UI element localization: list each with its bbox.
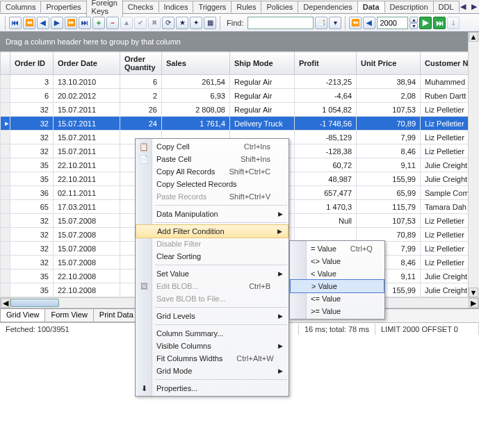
- goto-bookmark-button[interactable]: ✦: [190, 17, 202, 29]
- cell[interactable]: 15.07.2008: [54, 228, 120, 242]
- tab-ddl[interactable]: DDL: [433, 1, 460, 13]
- export-button[interactable]: ⤓: [447, 17, 460, 29]
- cell[interactable]: 32: [10, 214, 54, 228]
- cell[interactable]: 107,53: [357, 214, 421, 228]
- cell[interactable]: 32: [10, 242, 54, 256]
- cell[interactable]: 32: [10, 144, 54, 158]
- refresh-button[interactable]: ⟳: [162, 17, 174, 29]
- tab-columns[interactable]: Columns: [0, 1, 41, 13]
- delete-record-button[interactable]: －: [106, 17, 119, 29]
- post-edit-button[interactable]: ✔: [134, 17, 147, 29]
- cell[interactable]: Null: [295, 214, 357, 228]
- menu-item-data-manipulation[interactable]: Data Manipulation▶: [136, 208, 289, 220]
- menu-item-copy-all-records[interactable]: Copy All RecordsShift+Ctrl+C: [136, 165, 289, 178]
- cell[interactable]: 9,11: [357, 158, 421, 172]
- cell[interactable]: 36: [10, 186, 54, 200]
- vertical-scrollbar[interactable]: ▲: [468, 32, 479, 51]
- group-by-bar[interactable]: Drag a column header here to group by th…: [0, 32, 479, 51]
- cell[interactable]: Regular Air: [230, 103, 295, 117]
- column-header[interactable]: Order ID: [10, 52, 54, 75]
- cell[interactable]: 32: [10, 256, 54, 269]
- column-header[interactable]: Order Quantity: [120, 52, 162, 75]
- menu-item-properties[interactable]: ⬇Properties...: [136, 382, 289, 395]
- cell[interactable]: 24: [120, 117, 162, 131]
- cell[interactable]: 02.11.2011: [54, 186, 120, 200]
- bookmark-button[interactable]: ★: [176, 17, 188, 29]
- cell[interactable]: 107,53: [357, 103, 421, 117]
- page-back-button[interactable]: ◀: [363, 17, 375, 29]
- go-next-button[interactable]: ▶: [419, 17, 432, 29]
- next-page-button[interactable]: ⏩: [65, 17, 77, 29]
- cell[interactable]: 20.02.2012: [54, 89, 120, 103]
- cell[interactable]: 115,79: [357, 200, 421, 214]
- page-prev-button[interactable]: ⏪: [349, 17, 362, 29]
- submenu-item-value[interactable]: < Value: [290, 267, 384, 280]
- tab-scroll-left-icon[interactable]: ◀: [459, 3, 467, 11]
- cell[interactable]: Regular Air: [230, 75, 295, 89]
- cell[interactable]: 2 808,08: [162, 103, 230, 117]
- cell[interactable]: 60,72: [295, 158, 357, 172]
- cell[interactable]: 15.07.2011: [54, 144, 120, 158]
- menu-item-clear-sorting[interactable]: Clear Sorting: [136, 250, 289, 263]
- cell[interactable]: 1 054,82: [295, 103, 357, 117]
- cell[interactable]: 6,93: [162, 89, 230, 103]
- go-last-button[interactable]: ⏭: [433, 17, 446, 29]
- menu-item-copy-selected-records[interactable]: Copy Selected Records: [136, 178, 289, 190]
- cell[interactable]: 22.10.2011: [54, 172, 120, 186]
- prev-page-button[interactable]: ⏪: [23, 17, 35, 29]
- column-header[interactable]: Unit Price: [357, 52, 421, 75]
- cell[interactable]: Delivery Truck: [230, 117, 295, 131]
- tab-properties[interactable]: Properties: [40, 1, 86, 13]
- cell[interactable]: 1 761,4: [162, 117, 230, 131]
- column-header[interactable]: Ship Mode: [230, 52, 295, 75]
- table-row[interactable]: ▸3215.07.2011241 761,4Delivery Truck-1 7…: [1, 117, 480, 131]
- column-header[interactable]: Profit: [295, 52, 357, 75]
- tab-description[interactable]: Description: [384, 1, 434, 13]
- cancel-edit-button[interactable]: ✖: [148, 17, 161, 29]
- cell[interactable]: Regular Air: [230, 89, 295, 103]
- tab-policies[interactable]: Policies: [261, 1, 298, 13]
- cell[interactable]: [295, 228, 357, 242]
- cell[interactable]: 155,99: [357, 172, 421, 186]
- filter-submenu[interactable]: = ValueCtrl+Q<> Value< Value> Value<= Va…: [289, 240, 385, 320]
- menu-item-paste-cell[interactable]: 📄Paste CellShift+Ins: [136, 153, 289, 165]
- cell[interactable]: 8,46: [357, 144, 421, 158]
- menu-item-set-value[interactable]: Set Value▶: [136, 267, 289, 280]
- menu-item-fit-columns-widths[interactable]: Fit Columns WidthsCtrl+Alt+W: [136, 352, 289, 365]
- submenu-item-value[interactable]: <> Value: [290, 255, 384, 267]
- cell[interactable]: 35: [10, 269, 54, 283]
- menu-item-copy-cell[interactable]: 📋Copy CellCtrl+Ins: [136, 140, 289, 153]
- vertical-scrollbar[interactable]: ▼: [468, 51, 479, 297]
- menu-item-add-filter-condition[interactable]: Add Filter Condition▶: [136, 224, 289, 238]
- filter-button[interactable]: ▦: [204, 17, 216, 29]
- cell[interactable]: -128,38: [295, 144, 357, 158]
- context-menu[interactable]: 📋Copy CellCtrl+Ins📄Paste CellShift+InsCo…: [135, 138, 289, 397]
- scroll-left-icon[interactable]: ◀: [1, 298, 10, 308]
- cell[interactable]: 2: [120, 89, 162, 103]
- last-record-button[interactable]: ⏭: [79, 17, 91, 29]
- find-input[interactable]: [247, 17, 314, 29]
- cell[interactable]: 70,89: [357, 117, 421, 131]
- view-tab-form-view[interactable]: Form View: [44, 309, 93, 322]
- cell[interactable]: 7,99: [357, 131, 421, 144]
- table-row[interactable]: 620.02.201226,93Regular Air-4,642,08Rube…: [1, 89, 480, 103]
- cell[interactable]: 17.03.2011: [54, 200, 120, 214]
- cell[interactable]: 65: [10, 200, 54, 214]
- cell[interactable]: 22.10.2011: [54, 158, 120, 172]
- tab-rules[interactable]: Rules: [231, 1, 261, 13]
- cell[interactable]: -4,64: [295, 89, 357, 103]
- cell[interactable]: 22.10.2008: [54, 283, 120, 297]
- cell[interactable]: 65,99: [357, 186, 421, 200]
- table-row[interactable]: 313.10.20106261,54Regular Air-213,2538,9…: [1, 75, 480, 89]
- submenu-item-value[interactable]: > Value: [290, 279, 384, 293]
- cell[interactable]: 261,54: [162, 75, 230, 89]
- find-options-button[interactable]: 📑: [315, 17, 327, 29]
- cell[interactable]: 15.07.2008: [54, 256, 120, 269]
- cell[interactable]: 22.10.2008: [54, 269, 120, 283]
- cell[interactable]: 1 470,3: [295, 200, 357, 214]
- cell[interactable]: 32: [10, 228, 54, 242]
- insert-record-button[interactable]: ＋: [92, 17, 105, 29]
- cell[interactable]: 32: [10, 103, 54, 117]
- cell[interactable]: 15.07.2011: [54, 131, 120, 144]
- view-tab-print-data[interactable]: Print Data: [93, 309, 140, 322]
